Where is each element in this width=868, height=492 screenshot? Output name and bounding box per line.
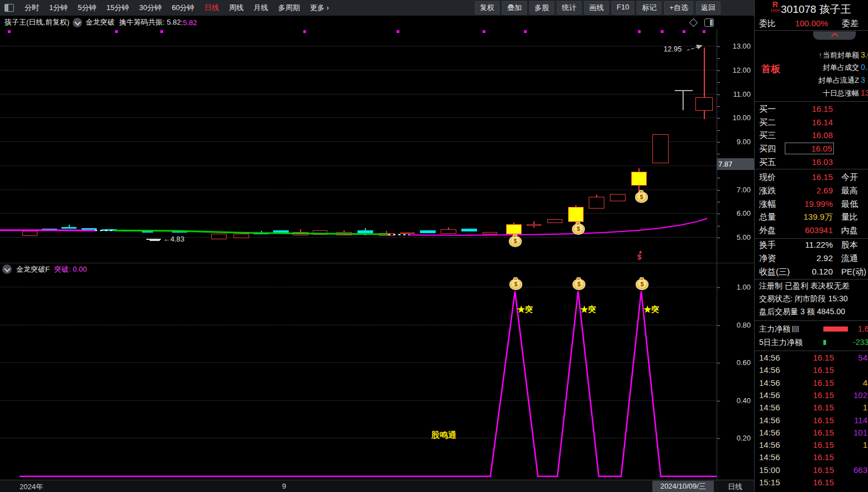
high-price-annotation: 12.95	[664, 45, 682, 53]
candle	[211, 234, 227, 239]
candle-wick	[344, 230, 345, 232]
tab-5min[interactable]: 5分钟	[73, 3, 101, 13]
chart-title: 孩子王(日线,前复权)	[4, 17, 69, 27]
biaoji-button[interactable]: 标记	[637, 1, 661, 15]
tick-price: 16.15	[802, 365, 834, 375]
tick-price: 16.15	[802, 477, 834, 487]
tick-row: 14:5616.151	[755, 401, 868, 414]
candle	[483, 232, 497, 234]
divider	[755, 279, 868, 280]
gridline-main	[0, 213, 717, 214]
tick-price: 16.15	[802, 428, 834, 437]
tab-1min[interactable]: 1分钟	[44, 3, 73, 13]
y-axis-label: 11.00	[718, 90, 751, 98]
candle	[254, 233, 269, 234]
fuquan-button[interactable]: 复权	[475, 1, 499, 15]
tongji-button[interactable]: 统计	[557, 1, 581, 15]
status-info-row: 盘后交易量 3 额 4845.00	[759, 307, 868, 317]
candle	[461, 229, 477, 232]
buy-level-price: 16.05	[785, 143, 834, 154]
buy-level-price: 16.14	[787, 117, 833, 127]
indicator-value: 5.82	[183, 18, 197, 27]
money-bag-icon: $	[509, 279, 522, 290]
candle	[652, 134, 669, 164]
buy-queue-row: 买三16.08	[755, 129, 868, 142]
quote-row: 收益(三)0.120PE(动)	[755, 266, 868, 278]
tab-daily[interactable]: 日线	[199, 3, 224, 13]
tick-volume: 54	[837, 353, 867, 362]
y-axis-tick	[717, 238, 720, 238]
tab-30min[interactable]: 30分钟	[134, 3, 166, 13]
candle	[61, 227, 77, 229]
y-axis-tick	[717, 363, 720, 363]
huaxian-button[interactable]: 画线	[584, 1, 609, 15]
buy-level-label: 买四	[759, 144, 776, 154]
add-watchlist-button[interactable]: +自选	[664, 1, 693, 15]
back-button[interactable]: 返回	[696, 1, 721, 15]
candle	[547, 219, 562, 223]
quote-label: 总量	[759, 212, 776, 223]
y-axis-tick	[717, 58, 720, 59]
tick-time: 14:56	[759, 365, 780, 375]
quote-row: 总量139.9万量比	[755, 211, 868, 224]
buy-queue-row: 买四16.05	[755, 143, 868, 155]
tick-row: 14:5616.15114	[755, 414, 868, 427]
y-axis-label: 0.80	[718, 321, 751, 329]
quote-label-right: 流通	[841, 253, 858, 264]
diamond-icon[interactable]	[689, 18, 698, 27]
tab-fenshi[interactable]: 分时	[20, 3, 44, 13]
tick-time: 14:56	[759, 353, 780, 362]
quote-label-right: 最低	[841, 199, 858, 210]
quote-label: 净资	[759, 253, 776, 264]
seal-info-row: 封单占成交0.1	[755, 62, 868, 74]
exclaim-icon: !	[819, 53, 821, 59]
collapse-circle-icon[interactable]	[73, 18, 82, 27]
x-axis-row: 2024年 9 2024/10/09/三 日线	[0, 480, 754, 492]
tab-60min[interactable]: 60分钟	[166, 3, 199, 13]
dollar-signal-caret: ▲	[638, 249, 643, 254]
y-axis-tick	[717, 70, 720, 71]
y-axis-tick	[717, 438, 720, 439]
candle-wick	[513, 223, 514, 224]
layout-icon[interactable]	[4, 4, 14, 12]
tick-volume: 1	[837, 403, 867, 412]
weicha-label: 委差	[842, 18, 859, 29]
split-window-icon[interactable]	[704, 18, 714, 27]
tab-15min[interactable]: 15分钟	[101, 3, 133, 13]
money-bag-icon: $	[572, 224, 585, 235]
y-axis-tick	[717, 401, 720, 401]
tick-time: 14:56	[759, 415, 780, 425]
duogu-button[interactable]: 多股	[530, 1, 554, 15]
watermark-label: 股鸣通	[431, 430, 456, 441]
f10-button[interactable]: F10	[612, 1, 634, 15]
axis-divider	[717, 29, 717, 480]
y-axis-tick	[717, 142, 720, 143]
weibi-label: 委比	[759, 18, 776, 29]
tick-volume: 114	[837, 415, 867, 425]
status-info-row: 注册制 已盈利 表决权无差	[759, 281, 868, 291]
tick-time: 15:15	[759, 477, 780, 487]
candle	[610, 194, 626, 201]
main-flow-row: 主力净额1.6	[755, 323, 868, 335]
quote-row: 外盘603941内盘	[755, 224, 868, 237]
tick-volume: 102	[837, 390, 867, 400]
diejia-button[interactable]: 叠加	[502, 1, 527, 15]
candle	[506, 224, 522, 234]
seal-info-row: 封单占流通Z3	[755, 74, 868, 87]
quote-row: 净资2.92流通	[755, 252, 868, 265]
tick-row: 14:5616.15101	[755, 427, 868, 439]
tab-weekly[interactable]: 周线	[224, 3, 249, 13]
candle	[379, 233, 394, 236]
tick-price: 16.15	[802, 403, 834, 412]
collapse-circle-icon[interactable]	[2, 264, 12, 274]
buy-queue-row: 买一16.15	[755, 103, 868, 116]
divider	[755, 238, 868, 239]
tab-monthly[interactable]: 月线	[249, 3, 273, 13]
tab-multi-period[interactable]: 多周期	[273, 3, 305, 13]
list-icon[interactable]	[792, 326, 799, 332]
quote-value: 2.92	[784, 253, 833, 263]
dollar-signal-mark: $	[637, 253, 641, 261]
tick-row: 14:5616.15102	[755, 389, 868, 401]
collapse-tab[interactable]	[813, 31, 856, 40]
tab-more[interactable]: 更多 ›	[305, 3, 334, 13]
